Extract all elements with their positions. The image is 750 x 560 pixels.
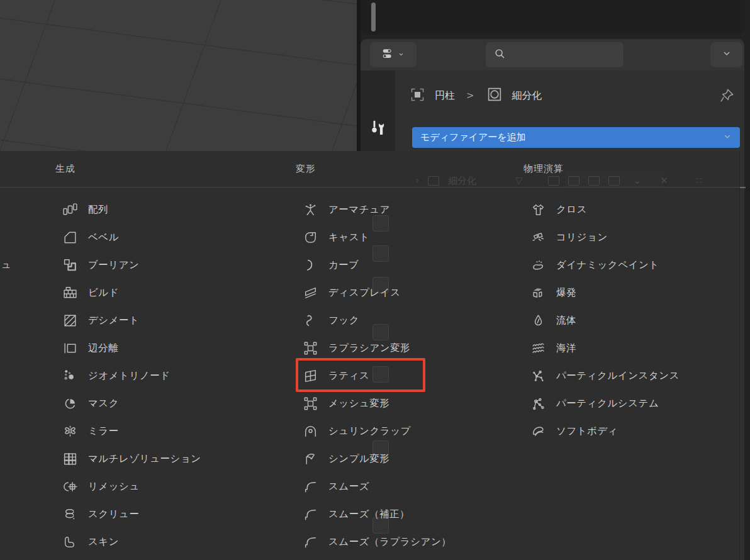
menu-item[interactable]: フック	[296, 306, 451, 334]
menu-item[interactable]: ラティス	[296, 362, 451, 389]
menu-item-label: マルチレゾリューション	[88, 452, 201, 466]
menu-item-label: シュリンクラップ	[328, 425, 411, 438]
search-box[interactable]	[486, 42, 624, 67]
window-edge	[744, 0, 750, 560]
scrollbar-handle[interactable]	[371, 3, 376, 31]
menu-item[interactable]: スキン	[55, 528, 201, 556]
menu-item[interactable]: ミラー	[55, 417, 201, 445]
blender-window: 円柱 > 細分化 モディファイアーを追加 › 細分化 ▽ ⌄✕ ∷	[0, 0, 750, 560]
clipped-menu-item[interactable]: ュ	[1, 259, 11, 272]
menu-item[interactable]: ソフトボディ	[523, 417, 680, 445]
menu-item[interactable]: ジオメトリノード	[55, 362, 201, 389]
tool-icon	[368, 118, 388, 141]
menu-item-label: スムーズ（ラプラシアン）	[328, 535, 451, 549]
search-icon	[493, 47, 507, 63]
chevron-down-icon	[397, 49, 405, 61]
menu-item[interactable]: ラプラシアン変形	[296, 334, 451, 362]
breadcrumb-object[interactable]: 円柱	[435, 89, 455, 103]
menu-item[interactable]: スムーズ（ラプラシアン）	[296, 528, 451, 556]
add-modifier-button[interactable]: モディファイアーを追加	[412, 127, 740, 148]
chevron-down-icon	[721, 48, 732, 62]
menu-item-label: デシメート	[88, 314, 139, 327]
skin-icon	[62, 534, 78, 550]
menu-item[interactable]: アーマチュア	[296, 196, 451, 223]
menu-item-label: 爆発	[556, 286, 576, 300]
particle-instance-icon	[530, 367, 546, 384]
breadcrumb-separator: >	[464, 90, 477, 101]
menu-item-label: ブーリアン	[88, 259, 139, 272]
menu-item[interactable]: スムーズ	[296, 473, 451, 500]
fluid-icon	[530, 312, 546, 328]
menu-item-label: カーブ	[328, 259, 359, 272]
menu-item-label: スムーズ（補正）	[328, 508, 410, 521]
menu-item[interactable]: スムーズ（補正）	[296, 500, 451, 528]
menu-item-label: ベベル	[88, 231, 119, 244]
ghost-panel-title: 細分化	[448, 175, 476, 187]
menu-item[interactable]: デシメート	[55, 306, 201, 334]
add-modifier-label: モディファイアーを追加	[420, 132, 526, 143]
menu-column-header: 物理演算	[523, 159, 680, 196]
menu-item[interactable]: キャスト	[296, 223, 451, 251]
properties-header	[361, 39, 744, 70]
menu-item[interactable]: ブーリアン	[55, 251, 201, 279]
viewport-grid	[0, 0, 357, 152]
menu-item-label: ソフトボディ	[556, 425, 618, 438]
menu-item[interactable]: 配列	[55, 196, 201, 223]
menu-item[interactable]: ディスプレイス	[296, 279, 451, 306]
simple-deform-icon	[302, 451, 318, 467]
viewport-3d[interactable]	[0, 0, 357, 152]
menu-item[interactable]: シュリンクラップ	[296, 417, 451, 445]
smooth-icon	[302, 506, 318, 522]
shrinkwrap-icon	[302, 423, 318, 439]
menu-item[interactable]: シンプル変形	[296, 445, 451, 473]
cloth-icon	[530, 201, 546, 218]
menu-item[interactable]: パーティクルシステム	[523, 389, 680, 417]
explode-icon	[530, 284, 546, 301]
chevron-down-icon	[722, 132, 732, 144]
menu-item[interactable]: マルチレゾリューション	[55, 445, 201, 473]
particle-system-icon	[530, 395, 546, 412]
menu-item-label: リメッシュ	[88, 480, 140, 493]
menu-item-label: ディスプレイス	[328, 286, 401, 300]
menu-item-label: 海洋	[556, 342, 576, 355]
soft-body-icon	[530, 423, 546, 439]
menu-item[interactable]: パーティクルインスタンス	[523, 362, 680, 389]
screw-icon	[62, 506, 78, 522]
cast-icon	[302, 229, 318, 245]
toggles-icon	[381, 47, 395, 63]
editor-type-button[interactable]	[370, 42, 417, 67]
menu-item[interactable]: 流体	[523, 306, 680, 334]
menu-item[interactable]: メッシュ変形	[296, 389, 451, 417]
menu-item-label: 流体	[556, 314, 576, 327]
breadcrumb-modifier[interactable]: 細分化	[512, 89, 542, 103]
menu-item[interactable]: 海洋	[523, 334, 680, 362]
menu-item-label: スムーズ	[328, 480, 369, 493]
menu-item-label: コリジョン	[556, 231, 608, 244]
menu-item-label: パーティクルシステム	[556, 397, 659, 410]
menu-item-label: ラプラシアン変形	[328, 342, 410, 355]
edge-split-icon	[62, 340, 78, 356]
array-icon	[62, 201, 78, 218]
menu-item[interactable]: スクリュー	[55, 500, 201, 528]
mesh-deform-icon	[302, 395, 318, 412]
menu-item[interactable]: 辺分離	[55, 334, 201, 362]
panel-edge-line	[740, 187, 746, 188]
menu-item[interactable]: クロス	[523, 196, 680, 223]
tab-tool[interactable]	[367, 118, 389, 141]
filter-dropdown-button[interactable]	[710, 42, 742, 67]
pin-icon[interactable]	[719, 87, 736, 104]
menu-item[interactable]: リメッシュ	[55, 473, 201, 500]
menu-item[interactable]: ダイナミックペイント	[523, 251, 680, 279]
menu-item[interactable]: ビルド	[55, 279, 201, 306]
menu-item[interactable]: ベベル	[55, 223, 201, 251]
editor-above-panel	[361, 0, 744, 35]
menu-item[interactable]: マスク	[55, 389, 201, 417]
menu-column-header: 生成	[55, 159, 201, 196]
menu-item-label: キャスト	[328, 231, 369, 244]
hook-icon	[302, 312, 318, 328]
menu-item[interactable]: カーブ	[296, 251, 451, 279]
menu-item[interactable]: コリジョン	[523, 223, 680, 251]
menu-item[interactable]: 爆発	[523, 279, 680, 306]
search-input[interactable]	[512, 50, 612, 60]
decimate-icon	[62, 312, 78, 328]
